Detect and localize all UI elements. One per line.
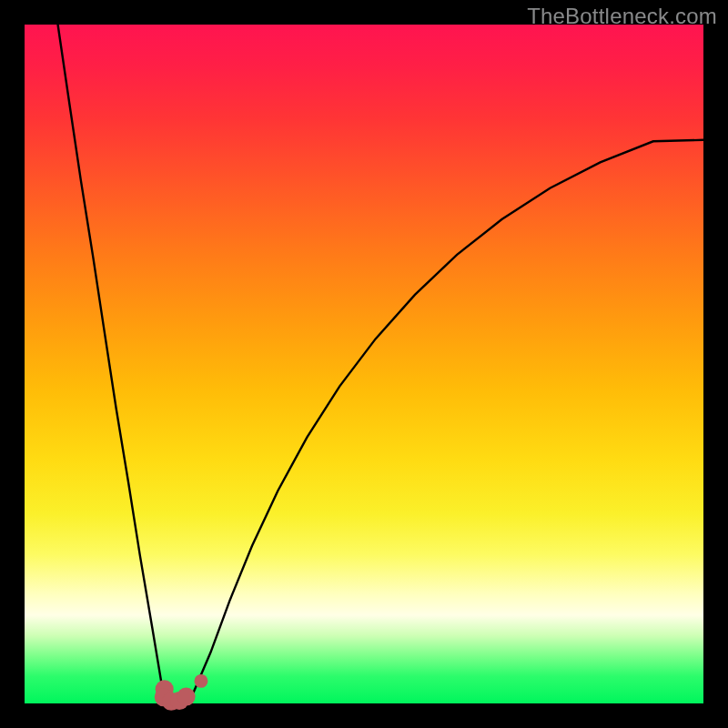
trough-markers [155,674,208,711]
trough-marker [195,674,208,688]
bottleneck-curve [58,25,703,703]
watermark-text: TheBottleneck.com [527,4,717,29]
trough-marker [177,687,195,705]
chart-frame: TheBottleneck.com [0,0,728,728]
curve-layer [25,25,703,703]
